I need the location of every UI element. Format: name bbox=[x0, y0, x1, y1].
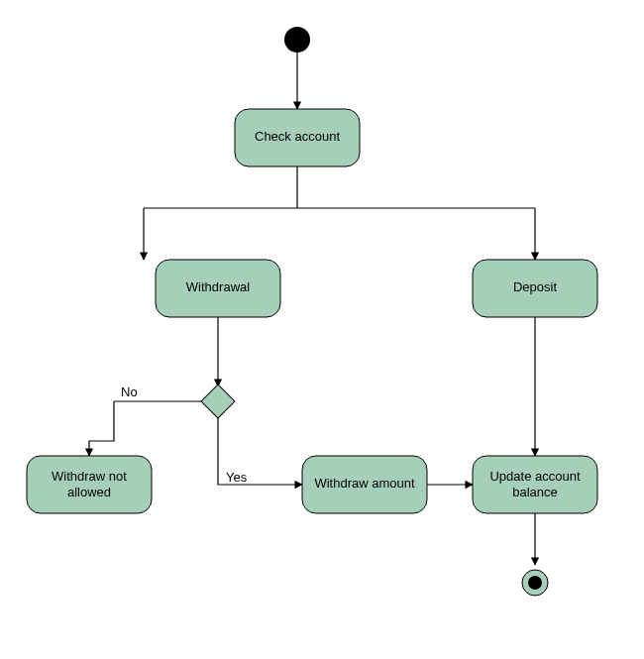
activity-diagram: Check account Withdrawal Deposit No With… bbox=[0, 0, 644, 659]
edge-label-yes: Yes bbox=[226, 470, 248, 485]
node-withdraw-amount-label: Withdraw amount bbox=[314, 476, 415, 491]
initial-node-icon bbox=[284, 27, 310, 53]
node-ub-line1: Update account bbox=[489, 469, 580, 484]
decision-node-icon bbox=[201, 384, 235, 418]
edge-no-v bbox=[89, 401, 114, 456]
edge-label-no: No bbox=[121, 384, 138, 399]
node-withdrawal-label: Withdrawal bbox=[186, 279, 250, 294]
final-node-dot-icon bbox=[528, 576, 542, 590]
node-check-account-label: Check account bbox=[255, 129, 340, 144]
node-ub-line2: balance bbox=[512, 485, 558, 499]
node-wna-line1: Withdraw not bbox=[52, 469, 127, 484]
node-deposit-label: Deposit bbox=[513, 279, 557, 294]
node-wna-line2: allowed bbox=[67, 485, 111, 499]
